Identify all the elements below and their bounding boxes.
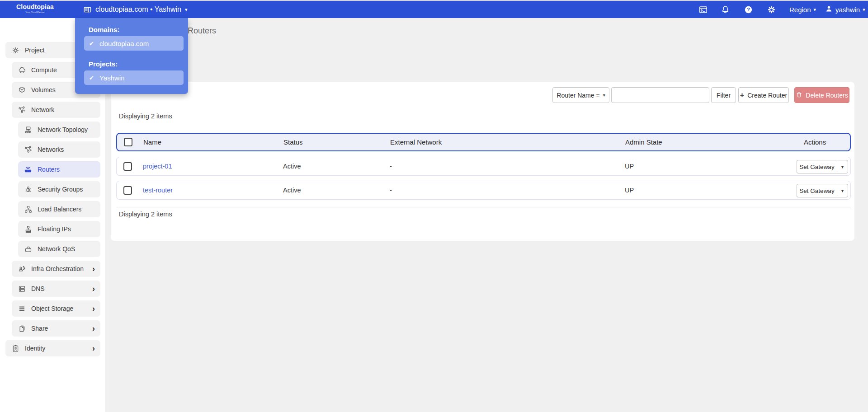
brand-logo[interactable]: Cloudtopiaa Your Cloud Partner — [16, 3, 54, 14]
chevron-right-icon: › — [92, 265, 95, 273]
sidebar-item-load-balancers[interactable]: Load Balancers — [18, 201, 100, 217]
project-option-yashwin[interactable]: ✔ Yashwin — [84, 70, 184, 85]
status-value: Active — [283, 157, 301, 175]
sidebar-item-identity[interactable]: Identity › — [5, 340, 100, 356]
sidebar-item-label: Network Topology — [38, 126, 88, 133]
create-router-button[interactable]: + Create Router — [738, 87, 789, 103]
caret-down-icon: ▾ — [841, 164, 844, 169]
settings-gear-icon[interactable] — [766, 5, 776, 14]
sidebar-item-label: Volumes — [31, 86, 56, 94]
table-header-row: Name Status External Network Admin State… — [116, 133, 851, 151]
plus-icon: + — [740, 91, 744, 99]
admin-state-value: UP — [625, 157, 634, 175]
row-select-cell — [123, 181, 132, 199]
row-actions: Set Gateway ▾ — [797, 184, 848, 197]
actions-menu-toggle[interactable]: ▾ — [837, 184, 848, 197]
project-option-label: Yashwin — [99, 74, 125, 82]
column-header-name[interactable]: Name — [143, 134, 161, 150]
row-checkbox[interactable] — [123, 186, 132, 195]
chevron-right-icon: › — [92, 344, 95, 352]
sidebar-item-label: DNS — [31, 285, 45, 292]
sidebar-item-infra-orchestration[interactable]: Infra Orchestration › — [12, 261, 100, 277]
domain-project-switcher[interactable]: cloudtopiaa.com • Yashwin ▾ — [83, 1, 188, 18]
project-gear-icon — [11, 46, 20, 55]
filter-value-input[interactable] — [611, 87, 709, 103]
check-icon: ✔ — [89, 40, 94, 47]
item-count-top: Displaying 2 items — [119, 112, 172, 120]
check-icon: ✔ — [89, 75, 94, 81]
column-header-admin-state[interactable]: Admin State — [625, 134, 662, 150]
external-network-value: - — [390, 157, 392, 175]
routers-panel: Router Name = ▾ Filter + Create Router D… — [111, 82, 854, 241]
filter-field-select[interactable]: Router Name = ▾ — [552, 87, 609, 103]
sidebar-item-networks[interactable]: Networks — [18, 141, 100, 158]
actions-menu-toggle[interactable]: ▾ — [837, 160, 848, 173]
router-name-link[interactable]: test-router — [143, 187, 173, 194]
table-footer-divider — [116, 207, 851, 207]
caret-down-icon: ▾ — [841, 188, 844, 193]
svg-text:?: ? — [747, 7, 750, 12]
topology-icon — [24, 125, 33, 134]
sidebar-item-label: Identity — [25, 345, 45, 352]
sidebar-item-label: Floating IPs — [38, 225, 71, 233]
network-nodes-icon — [17, 105, 26, 114]
help-icon[interactable]: ? — [743, 5, 753, 14]
region-dropdown[interactable]: Region ▾ — [789, 1, 816, 18]
caret-down-icon: ▾ — [185, 7, 188, 13]
sidebar-item-label: Share — [31, 325, 48, 332]
chevron-right-icon: › — [92, 285, 95, 293]
networks-nodes-icon — [24, 145, 33, 154]
top-navbar: Cloudtopiaa Your Cloud Partner cloudtopi… — [0, 1, 868, 18]
switcher-label: cloudtopiaa.com • Yashwin — [95, 5, 181, 14]
brand-tagline: Your Cloud Partner — [16, 11, 54, 14]
delete-routers-button[interactable]: Delete Routers — [794, 87, 849, 103]
router-icon — [24, 165, 33, 174]
external-network-value: - — [390, 181, 392, 199]
sidebar-item-security-groups[interactable]: Security Groups — [18, 181, 100, 197]
column-header-external-network[interactable]: External Network — [390, 134, 442, 150]
sidebar-item-share[interactable]: Share › — [12, 320, 100, 337]
row-actions: Set Gateway ▾ — [797, 160, 848, 173]
domain-option-label: cloudtopiaa.com — [99, 40, 149, 47]
domain-project-dropdown-panel: Domains: ✔ cloudtopiaa.com Projects: ✔ Y… — [75, 18, 188, 94]
caret-down-icon: ▾ — [863, 7, 865, 13]
domains-header: Domains: — [89, 26, 119, 33]
identity-badge-icon — [11, 344, 20, 353]
sidebar-item-network[interactable]: Network — [12, 102, 100, 118]
row-select-cell — [123, 157, 132, 175]
row-checkbox[interactable] — [123, 162, 132, 171]
select-all-checkbox[interactable] — [124, 138, 132, 146]
filter-field-label: Router Name = — [557, 92, 599, 99]
filter-button[interactable]: Filter — [711, 87, 736, 103]
set-gateway-button[interactable]: Set Gateway — [797, 184, 837, 197]
compute-cloud-icon — [17, 66, 26, 75]
domain-option-cloudtopiaa[interactable]: ✔ cloudtopiaa.com — [84, 36, 184, 51]
set-gateway-button[interactable]: Set Gateway — [797, 160, 837, 173]
sidebar-item-network-topology[interactable]: Network Topology — [18, 122, 100, 138]
admin-state-value: UP — [625, 181, 634, 199]
column-header-status[interactable]: Status — [283, 134, 303, 150]
domain-list-icon — [83, 5, 92, 14]
sidebar-item-label: Network — [31, 106, 54, 113]
router-name-link[interactable]: project-01 — [143, 163, 172, 170]
sidebar-item-label: Load Balancers — [38, 206, 81, 213]
caret-down-icon: ▾ — [814, 7, 816, 13]
column-header-actions: Actions — [804, 134, 826, 150]
terminal-icon[interactable] — [698, 5, 708, 14]
item-count-bottom: Displaying 2 items — [119, 211, 172, 218]
sidebar-item-network-qos[interactable]: Network QoS — [18, 241, 100, 257]
sidebar-item-label: Project — [25, 47, 45, 54]
select-all-cell — [124, 134, 132, 150]
user-menu[interactable]: yashwin ▾ — [825, 1, 865, 18]
user-icon — [825, 5, 833, 14]
sidebar-item-object-storage[interactable]: Object Storage › — [12, 300, 100, 317]
sidebar-item-floating-ips[interactable]: Floating IPs — [18, 221, 100, 237]
sidebar-item-label: Compute — [31, 66, 57, 74]
brand-name: Cloudtopiaa — [16, 3, 54, 10]
sidebar-item-routers[interactable]: Routers — [18, 161, 100, 178]
sidebar-item-dns[interactable]: DNS › — [12, 281, 100, 297]
qos-briefcase-icon — [24, 244, 33, 253]
status-value: Active — [283, 181, 301, 199]
notifications-bell-icon[interactable] — [720, 5, 730, 14]
table-row: test-router Active - UP Set Gateway ▾ — [116, 181, 851, 200]
